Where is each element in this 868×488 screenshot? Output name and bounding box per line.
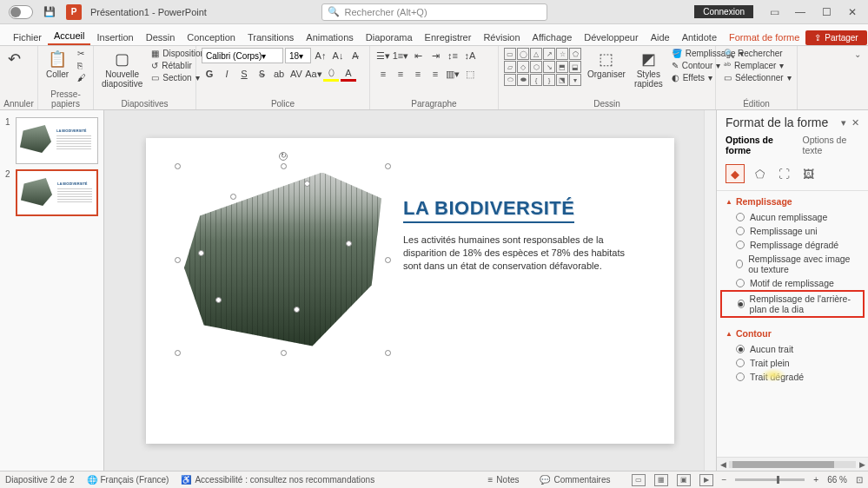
tab-transitions[interactable]: Transitions	[242, 29, 300, 45]
section-fill[interactable]: ▲Remplissage	[726, 196, 859, 207]
shrink-font-button[interactable]: A↓	[330, 48, 346, 63]
fill-picture[interactable]: Remplissage avec image ou texture	[726, 252, 859, 276]
shapes-gallery[interactable]: ▭◯△↗☆⬠ ▱◇⬡↘⬒⬓ ⬭⬬{}⬔▾	[504, 48, 581, 86]
quick-styles-button[interactable]: ◩Styles rapides	[632, 48, 666, 90]
rotate-handle[interactable]	[279, 152, 288, 161]
tab-format-forme[interactable]: Format de forme	[723, 29, 805, 45]
share-button[interactable]: ⇪Partager	[805, 30, 866, 45]
font-family-select[interactable]: Calibri (Corps) ▾	[202, 48, 283, 63]
thumbnail-2[interactable]: 2 LA BIODIVERSITÉ	[5, 169, 98, 216]
search-box[interactable]: 🔍 Rechercher (Alt+Q)	[321, 3, 547, 21]
smartart-button[interactable]: ⬚	[462, 66, 478, 82]
underline-button[interactable]: S	[236, 66, 252, 82]
spacing-button[interactable]: AV	[288, 66, 304, 82]
tab-shape-options[interactable]: Options de forme	[726, 135, 790, 155]
clear-format-button[interactable]: A̶	[348, 48, 363, 63]
bold-button[interactable]: G	[202, 66, 217, 82]
vertical-scrollbar[interactable]	[704, 110, 716, 471]
line-spacing-button[interactable]: ↕≡	[445, 48, 461, 63]
pane-horizontal-scroll[interactable]: ◀▶	[717, 457, 868, 471]
tab-antidote[interactable]: Antidote	[676, 29, 723, 45]
tab-accueil[interactable]: Accueil	[48, 27, 90, 45]
tab-animations[interactable]: Animations	[300, 29, 359, 45]
zoom-out-button[interactable]: −	[722, 475, 727, 485]
thumbnail-1[interactable]: 1 LA BIODIVERSITÉ	[5, 117, 98, 164]
autosave-toggle[interactable]	[9, 5, 33, 19]
language-indicator[interactable]: 🌐 Français (France)	[87, 475, 169, 485]
justify-button[interactable]: ≡	[427, 66, 443, 82]
paste-button[interactable]: 📋Coller	[43, 48, 71, 81]
tab-affichage[interactable]: Affichage	[527, 29, 579, 45]
zoom-in-button[interactable]: +	[813, 475, 818, 485]
tab-conception[interactable]: Conception	[181, 29, 242, 45]
sorter-view-button[interactable]: ▦	[654, 474, 668, 486]
shadow-button[interactable]: ab	[271, 66, 287, 82]
cut-button[interactable]: ✂	[75, 48, 89, 59]
fill-solid[interactable]: Remplissage uni	[726, 224, 859, 238]
tab-enregistrer[interactable]: Enregistrer	[419, 29, 478, 45]
line-none[interactable]: Aucun trait	[726, 342, 859, 356]
format-painter-button[interactable]: 🖌	[75, 72, 89, 83]
forest-shape[interactable]	[184, 173, 381, 346]
slide-body[interactable]: Les activités humaines sont responsables…	[403, 234, 638, 274]
normal-view-button[interactable]: ▭	[632, 474, 646, 486]
line-solid[interactable]: Trait plein	[726, 356, 859, 370]
fill-gradient[interactable]: Remplissage dégradé	[726, 238, 859, 252]
fit-to-window-button[interactable]: ⊡	[856, 475, 863, 485]
font-color-button[interactable]: A	[341, 66, 356, 82]
zoom-level[interactable]: 66 %	[827, 475, 847, 485]
fill-pattern[interactable]: Motif de remplissage	[726, 276, 859, 290]
undo-button[interactable]: ↶	[5, 48, 23, 70]
replace-button[interactable]: ᵃᵇ Remplacer ▾	[721, 60, 794, 71]
indent-inc-button[interactable]: ⇥	[427, 48, 443, 63]
maximize-button[interactable]: ☐	[814, 3, 838, 21]
reading-view-button[interactable]: ▣	[677, 474, 691, 486]
zoom-slider[interactable]	[735, 478, 805, 481]
tab-aide[interactable]: Aide	[645, 29, 676, 45]
pane-dropdown-icon[interactable]: ▾	[841, 117, 846, 129]
font-size-select[interactable]: 18 ▾	[285, 48, 311, 63]
fill-none[interactable]: Aucun remplissage	[726, 210, 859, 224]
bullets-button[interactable]: ☰▾	[375, 48, 391, 63]
line-gradient[interactable]: Trait dégradé	[726, 370, 859, 384]
numbering-button[interactable]: 1≡▾	[393, 48, 408, 63]
align-left-button[interactable]: ≡	[375, 66, 391, 82]
ribbon-options-icon[interactable]: ▭	[762, 3, 786, 21]
tab-text-options[interactable]: Options de texte	[802, 135, 859, 155]
slide-indicator[interactable]: Diapositive 2 de 2	[5, 475, 75, 485]
align-center-button[interactable]: ≡	[393, 66, 408, 82]
case-button[interactable]: Aa▾	[306, 66, 321, 82]
tab-developpeur[interactable]: Développeur	[578, 29, 644, 45]
section-line[interactable]: ▲Contour	[726, 328, 859, 339]
indent-dec-button[interactable]: ⇤	[410, 48, 426, 63]
fill-slide-background[interactable]: Remplissage de l'arrière-plan de la dia	[720, 290, 865, 318]
fill-line-icon[interactable]: ◆	[726, 164, 745, 183]
login-button[interactable]: Connexion	[694, 5, 753, 18]
text-direction-button[interactable]: ↕A	[462, 48, 478, 63]
align-right-button[interactable]: ≡	[410, 66, 426, 82]
minimize-button[interactable]: —	[788, 3, 812, 21]
new-slide-button[interactable]: ▢Nouvelle diapositive	[99, 48, 145, 90]
comments-button[interactable]: 💬 Commentaires	[540, 475, 610, 485]
size-icon[interactable]: ⛶	[774, 164, 793, 183]
copy-button[interactable]: ⎘	[75, 60, 89, 71]
picture-icon[interactable]: 🖼	[798, 164, 818, 183]
effects-icon[interactable]: ⬠	[750, 164, 769, 183]
strike-button[interactable]: S̶	[254, 66, 269, 82]
collapse-ribbon-button[interactable]: ⌄	[847, 46, 868, 109]
close-button[interactable]: ✕	[840, 3, 865, 21]
tab-revision[interactable]: Révision	[477, 29, 526, 45]
tab-diaporama[interactable]: Diaporama	[360, 29, 419, 45]
find-button[interactable]: 🔍 Rechercher	[721, 48, 794, 59]
select-button[interactable]: ▭ Sélectionner ▾	[721, 72, 794, 83]
notes-button[interactable]: ≡ Notes	[488, 475, 520, 485]
slide-title[interactable]: LA BIODIVERSITÉ	[403, 197, 574, 220]
italic-button[interactable]: I	[219, 66, 235, 82]
tab-insertion[interactable]: Insertion	[90, 29, 139, 45]
save-icon[interactable]: 💾	[43, 6, 56, 17]
columns-button[interactable]: ▥▾	[445, 66, 461, 82]
slide-canvas[interactable]: LA BIODIVERSITÉ Les activités humaines s…	[104, 110, 716, 471]
pane-close-button[interactable]: ✕	[851, 117, 859, 129]
highlight-button[interactable]: ⬯	[323, 66, 339, 82]
accessibility-indicator[interactable]: ♿ Accessibilité : consultez nos recomman…	[181, 475, 374, 485]
